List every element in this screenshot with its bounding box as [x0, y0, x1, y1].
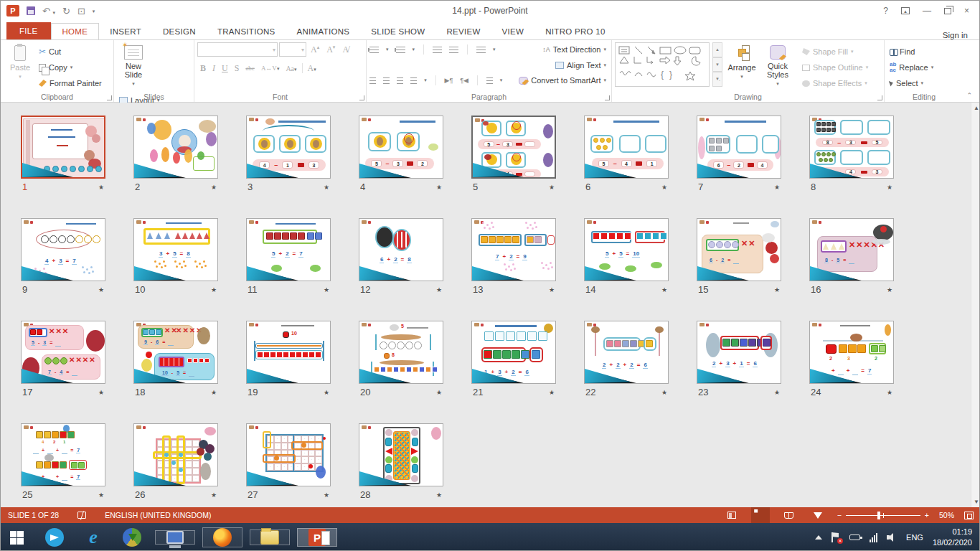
- animation-star-icon[interactable]: ★: [324, 184, 329, 191]
- slide-thumbnail-9[interactable]: 4+3=79★: [21, 218, 105, 295]
- decrease-indent-icon[interactable]: [433, 47, 442, 53]
- slide-thumbnail-image[interactable]: 421 + + =7 + + =7: [21, 423, 105, 486]
- cut-button[interactable]: ✂Cut: [37, 44, 104, 59]
- slide-thumbnail-image[interactable]: ····································: [133, 423, 218, 486]
- taskbar-telegram-icon[interactable]: [38, 528, 71, 547]
- increase-font-size-icon[interactable]: A▴: [308, 44, 322, 55]
- arrange-button[interactable]: Arrange▾: [725, 42, 758, 91]
- clipboard-dialog-launcher-icon[interactable]: [107, 95, 112, 100]
- quick-styles-button[interactable]: Quick Styles▾: [761, 42, 794, 91]
- slide-thumbnail-image[interactable]: [359, 423, 443, 486]
- animation-star-icon[interactable]: ★: [774, 286, 780, 293]
- animation-star-icon[interactable]: ★: [661, 184, 667, 191]
- minimize-icon[interactable]: —: [923, 6, 931, 15]
- animation-star-icon[interactable]: ★: [436, 184, 442, 191]
- slide-thumbnail-image[interactable]: 5+5=10: [584, 218, 669, 281]
- slide-thumbnail-image[interactable]: 5+2=7: [246, 218, 331, 281]
- shapes-scroll-up-icon[interactable]: ▲: [712, 42, 722, 57]
- shapes-scroll-down-icon[interactable]: ▼: [712, 57, 722, 72]
- animation-star-icon[interactable]: ★: [436, 389, 442, 396]
- shape-fill-button[interactable]: Shape Fill▾: [800, 44, 870, 59]
- power-battery-icon[interactable]: [849, 534, 860, 540]
- font-name-combo[interactable]: ▾: [197, 42, 278, 57]
- format-painter-button[interactable]: Format Painter: [37, 76, 104, 90]
- clear-formatting-icon[interactable]: A̸: [339, 44, 352, 55]
- animation-star-icon[interactable]: ★: [661, 389, 667, 396]
- animation-star-icon[interactable]: ★: [887, 286, 892, 293]
- decrease-font-size-icon[interactable]: A▾: [324, 44, 338, 55]
- slide-thumbnail-image[interactable]: 4–13: [246, 116, 331, 179]
- paste-button[interactable]: Paste▾: [4, 42, 37, 91]
- slide-thumbnail-17[interactable]: ✕✕✕5-3= ✕✕✕✕7-4= 17★: [21, 321, 105, 397]
- slide-thumbnail-18[interactable]: ✕✕✕✕✕✕9-6= 10-5= 18★: [133, 321, 218, 397]
- restore-icon[interactable]: [944, 8, 951, 14]
- slide-thumbnail-image[interactable]: 5–34–4: [471, 116, 556, 179]
- animation-star-icon[interactable]: ★: [211, 286, 217, 293]
- italic-button[interactable]: I: [209, 63, 218, 74]
- slide-thumbnail-12[interactable]: 6+2=812★: [359, 218, 443, 295]
- animation-star-icon[interactable]: ★: [324, 389, 329, 396]
- slide-thumbnail-11[interactable]: 5+2=711★: [246, 218, 331, 295]
- text-direction-button[interactable]: ↕AText Direction▾: [540, 42, 608, 57]
- slide-thumbnail-image[interactable]: 58: [359, 321, 443, 384]
- tray-clock[interactable]: 01:19 18/02/2020: [933, 527, 972, 548]
- start-from-beginning-icon[interactable]: ⊡: [77, 6, 85, 16]
- copy-button[interactable]: Copy▾: [37, 60, 104, 75]
- animation-star-icon[interactable]: ★: [324, 491, 329, 499]
- slide-thumbnail-22[interactable]: 2+2+2=622★: [584, 321, 669, 397]
- slide-thumbnail-15[interactable]: ✕✕6-2= 15★: [697, 218, 781, 295]
- spell-check-icon[interactable]: [77, 512, 86, 519]
- paragraph-dialog-launcher-icon[interactable]: [605, 95, 610, 100]
- slide-thumbnail-image[interactable]: ✕✕✕✕✕8-5=: [809, 218, 894, 281]
- taskbar-file-explorer-icon[interactable]: [250, 529, 290, 545]
- animation-star-icon[interactable]: ★: [887, 389, 892, 396]
- drawing-dialog-launcher-icon[interactable]: [877, 95, 882, 100]
- slide-thumbnail-21[interactable]: 1+3+2=621★: [471, 321, 556, 397]
- animation-star-icon[interactable]: ★: [98, 286, 104, 293]
- font-dialog-launcher-icon[interactable]: [359, 95, 364, 100]
- zoom-out-icon[interactable]: −: [837, 511, 842, 519]
- slide-thumbnail-6[interactable]: 5–416★: [584, 116, 669, 192]
- shape-outline-button[interactable]: Shape Outline▾: [800, 60, 870, 75]
- close-icon[interactable]: ×: [964, 6, 969, 15]
- underline-button[interactable]: U: [219, 63, 231, 74]
- animation-star-icon[interactable]: ★: [887, 184, 892, 191]
- taskbar-powerpoint-icon[interactable]: P: [297, 528, 337, 547]
- slide-thumbnail-image[interactable]: [21, 116, 105, 179]
- taskbar-internet-explorer-icon[interactable]: e: [77, 528, 110, 547]
- new-slide-button[interactable]: New Slide▾: [117, 42, 150, 91]
- shapes-gallery[interactable]: { }: [615, 42, 710, 87]
- slide-thumbnail-1[interactable]: 1★: [21, 116, 105, 192]
- slide-thumbnail-8[interactable]: 8–357–438★: [809, 116, 894, 192]
- animation-star-icon[interactable]: ★: [436, 286, 442, 293]
- bold-button[interactable]: B: [197, 63, 209, 74]
- slide-thumbnail-19[interactable]: 1019★: [246, 321, 331, 397]
- zoom-level[interactable]: 50%: [939, 511, 954, 519]
- slide-thumbnail-image[interactable]: [133, 116, 218, 179]
- font-size-combo[interactable]: ▾: [279, 42, 306, 57]
- font-color-button[interactable]: A▾: [305, 63, 319, 74]
- undo-icon[interactable]: ↶ ▾: [42, 6, 55, 16]
- tab-design[interactable]: DESIGN: [152, 24, 207, 39]
- slide-thumbnail-10[interactable]: 3+5=810★: [133, 218, 218, 295]
- slide-thumbnail-20[interactable]: 5820★: [359, 321, 443, 397]
- scroll-down-icon[interactable]: ▼: [971, 496, 980, 507]
- slide-thumbnail-image[interactable]: 5–41: [584, 116, 669, 179]
- slide-thumbnail-2[interactable]: 2★: [133, 116, 218, 192]
- slide-thumbnail-7[interactable]: 6–247★: [697, 116, 781, 192]
- slide-thumbnail-14[interactable]: 5+5=1014★: [584, 218, 669, 295]
- slide-thumbnail-image[interactable]: ✕✕✕✕✕✕9-6= 10-5=: [133, 321, 218, 384]
- slide-thumbnail-13[interactable]: 7+2=913★: [471, 218, 556, 295]
- zoom-in-icon[interactable]: +: [925, 511, 929, 519]
- change-case-button[interactable]: Aa▾: [283, 65, 299, 72]
- slide-thumbnail-image[interactable]: 3+5=8: [133, 218, 218, 281]
- tab-animations[interactable]: ANIMATIONS: [286, 24, 361, 39]
- slide-thumbnail-23[interactable]: 2+3+1=623★: [697, 321, 781, 397]
- taskbar-idm-icon[interactable]: [116, 528, 149, 547]
- customize-qat-icon[interactable]: ▾: [93, 9, 95, 14]
- bullets-icon[interactable]: [369, 47, 379, 53]
- scroll-up-icon[interactable]: ▲: [971, 103, 980, 113]
- reading-view-button[interactable]: [780, 507, 798, 523]
- tab-view[interactable]: VIEW: [491, 24, 535, 39]
- tab-home[interactable]: HOME: [51, 23, 100, 39]
